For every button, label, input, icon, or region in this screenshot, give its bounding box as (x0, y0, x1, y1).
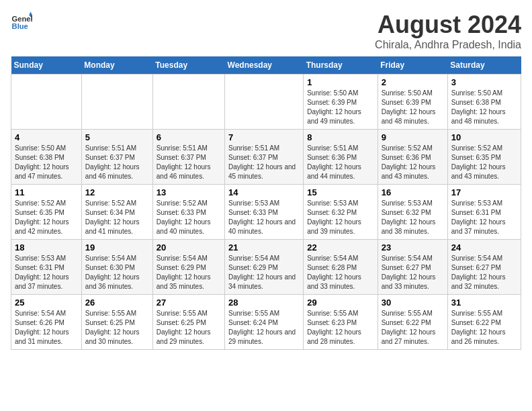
calendar-cell: 29Sunrise: 5:55 AMSunset: 6:23 PMDayligh… (304, 295, 378, 350)
day-number: 24 (451, 242, 517, 253)
day-number: 12 (85, 187, 149, 197)
calendar-cell: 4Sunrise: 5:50 AMSunset: 6:38 PMDaylight… (11, 130, 82, 185)
day-number: 25 (15, 298, 78, 308)
title-section: August 2024 Chirala, Andhra Pradesh, Ind… (375, 11, 521, 51)
calendar-cell: 25Sunrise: 5:54 AMSunset: 6:26 PMDayligh… (11, 295, 82, 350)
day-number: 11 (15, 187, 78, 197)
calendar-cell (225, 75, 304, 130)
day-number: 7 (228, 132, 300, 142)
day-detail: Sunrise: 5:53 AMSunset: 6:31 PMDaylight:… (15, 254, 78, 291)
day-detail: Sunrise: 5:51 AMSunset: 6:37 PMDaylight:… (157, 144, 221, 181)
page-header: General Blue August 2024 Chirala, Andhra… (11, 11, 521, 51)
day-detail: Sunrise: 5:52 AMSunset: 6:33 PMDaylight:… (157, 199, 221, 236)
day-detail: Sunrise: 5:51 AMSunset: 6:37 PMDaylight:… (228, 144, 300, 181)
day-detail: Sunrise: 5:53 AMSunset: 6:33 PMDaylight:… (228, 199, 300, 236)
day-detail: Sunrise: 5:55 AMSunset: 6:22 PMDaylight:… (382, 309, 444, 347)
calendar-cell: 2Sunrise: 5:50 AMSunset: 6:39 PMDaylight… (378, 75, 447, 130)
day-number: 30 (382, 298, 444, 308)
day-number: 1 (307, 77, 374, 87)
day-of-week-header: Monday (81, 56, 152, 75)
calendar-cell: 8Sunrise: 5:51 AMSunset: 6:36 PMDaylight… (304, 130, 378, 185)
day-detail: Sunrise: 5:54 AMSunset: 6:29 PMDaylight:… (228, 254, 300, 291)
day-detail: Sunrise: 5:53 AMSunset: 6:32 PMDaylight:… (307, 199, 374, 236)
day-of-week-header: Tuesday (152, 56, 224, 75)
day-number: 16 (382, 187, 444, 197)
day-of-week-header: Friday (378, 56, 447, 75)
day-number: 26 (85, 298, 149, 308)
day-detail: Sunrise: 5:53 AMSunset: 6:32 PMDaylight:… (382, 199, 444, 236)
svg-text:Blue: Blue (12, 22, 28, 30)
day-detail: Sunrise: 5:55 AMSunset: 6:24 PMDaylight:… (228, 309, 300, 347)
day-number: 29 (307, 298, 374, 308)
day-of-week-header: Sunday (11, 56, 82, 75)
day-detail: Sunrise: 5:55 AMSunset: 6:25 PMDaylight:… (85, 309, 149, 347)
day-detail: Sunrise: 5:55 AMSunset: 6:23 PMDaylight:… (307, 309, 374, 347)
day-number: 21 (228, 242, 300, 253)
calendar-cell: 21Sunrise: 5:54 AMSunset: 6:29 PMDayligh… (225, 240, 304, 295)
day-detail: Sunrise: 5:54 AMSunset: 6:26 PMDaylight:… (15, 309, 78, 347)
page-subtitle: Chirala, Andhra Pradesh, India (375, 39, 521, 51)
day-detail: Sunrise: 5:52 AMSunset: 6:34 PMDaylight:… (85, 199, 149, 236)
day-number: 9 (382, 132, 444, 142)
day-detail: Sunrise: 5:50 AMSunset: 6:39 PMDaylight:… (307, 89, 374, 126)
calendar-cell (11, 75, 82, 130)
calendar-cell: 27Sunrise: 5:55 AMSunset: 6:25 PMDayligh… (152, 295, 224, 350)
calendar-cell: 3Sunrise: 5:50 AMSunset: 6:38 PMDaylight… (447, 75, 521, 130)
day-number: 15 (307, 187, 374, 197)
day-detail: Sunrise: 5:51 AMSunset: 6:37 PMDaylight:… (85, 144, 149, 181)
calendar-cell: 13Sunrise: 5:52 AMSunset: 6:33 PMDayligh… (152, 185, 224, 240)
day-number: 27 (157, 298, 221, 308)
day-number: 17 (451, 187, 517, 197)
day-number: 18 (15, 242, 78, 253)
day-detail: Sunrise: 5:54 AMSunset: 6:28 PMDaylight:… (307, 254, 374, 291)
day-of-week-header: Thursday (304, 56, 378, 75)
page-title: August 2024 (375, 11, 521, 39)
day-detail: Sunrise: 5:50 AMSunset: 6:39 PMDaylight:… (382, 89, 444, 126)
calendar-cell: 11Sunrise: 5:52 AMSunset: 6:35 PMDayligh… (11, 185, 82, 240)
day-detail: Sunrise: 5:54 AMSunset: 6:30 PMDaylight:… (85, 254, 149, 291)
calendar-cell: 7Sunrise: 5:51 AMSunset: 6:37 PMDaylight… (225, 130, 304, 185)
calendar-cell: 20Sunrise: 5:54 AMSunset: 6:29 PMDayligh… (152, 240, 224, 295)
day-of-week-header: Saturday (447, 56, 521, 75)
day-detail: Sunrise: 5:52 AMSunset: 6:35 PMDaylight:… (15, 199, 78, 236)
svg-marker-2 (29, 12, 32, 15)
day-number: 14 (228, 187, 300, 197)
day-number: 4 (15, 132, 78, 142)
calendar-cell: 30Sunrise: 5:55 AMSunset: 6:22 PMDayligh… (378, 295, 447, 350)
calendar-cell: 18Sunrise: 5:53 AMSunset: 6:31 PMDayligh… (11, 240, 82, 295)
calendar-table: SundayMondayTuesdayWednesdayThursdayFrid… (11, 56, 521, 350)
calendar-cell (152, 75, 224, 130)
day-detail: Sunrise: 5:55 AMSunset: 6:25 PMDaylight:… (157, 309, 221, 347)
calendar-cell: 16Sunrise: 5:53 AMSunset: 6:32 PMDayligh… (378, 185, 447, 240)
calendar-cell: 23Sunrise: 5:54 AMSunset: 6:27 PMDayligh… (378, 240, 447, 295)
calendar-cell: 17Sunrise: 5:53 AMSunset: 6:31 PMDayligh… (447, 185, 521, 240)
calendar-cell: 5Sunrise: 5:51 AMSunset: 6:37 PMDaylight… (81, 130, 152, 185)
day-number: 20 (157, 242, 221, 253)
day-number: 31 (451, 298, 517, 308)
day-detail: Sunrise: 5:52 AMSunset: 6:36 PMDaylight:… (382, 144, 444, 181)
day-detail: Sunrise: 5:51 AMSunset: 6:36 PMDaylight:… (307, 144, 374, 181)
day-detail: Sunrise: 5:54 AMSunset: 6:29 PMDaylight:… (157, 254, 221, 291)
day-detail: Sunrise: 5:53 AMSunset: 6:31 PMDaylight:… (451, 199, 517, 236)
day-detail: Sunrise: 5:50 AMSunset: 6:38 PMDaylight:… (15, 144, 78, 181)
day-detail: Sunrise: 5:54 AMSunset: 6:27 PMDaylight:… (451, 254, 517, 291)
day-number: 10 (451, 132, 517, 142)
calendar-cell: 9Sunrise: 5:52 AMSunset: 6:36 PMDaylight… (378, 130, 447, 185)
logo-icon: General Blue (11, 11, 32, 32)
calendar-cell: 19Sunrise: 5:54 AMSunset: 6:30 PMDayligh… (81, 240, 152, 295)
day-number: 5 (85, 132, 149, 142)
day-number: 13 (157, 187, 221, 197)
day-number: 22 (307, 242, 374, 253)
calendar-cell: 12Sunrise: 5:52 AMSunset: 6:34 PMDayligh… (81, 185, 152, 240)
calendar-cell: 28Sunrise: 5:55 AMSunset: 6:24 PMDayligh… (225, 295, 304, 350)
day-number: 2 (382, 77, 444, 87)
day-number: 28 (228, 298, 300, 308)
calendar-cell (81, 75, 152, 130)
day-number: 19 (85, 242, 149, 253)
calendar-cell: 24Sunrise: 5:54 AMSunset: 6:27 PMDayligh… (447, 240, 521, 295)
calendar-cell: 6Sunrise: 5:51 AMSunset: 6:37 PMDaylight… (152, 130, 224, 185)
day-detail: Sunrise: 5:52 AMSunset: 6:35 PMDaylight:… (451, 144, 517, 181)
calendar-cell: 31Sunrise: 5:55 AMSunset: 6:22 PMDayligh… (447, 295, 521, 350)
day-number: 23 (382, 242, 444, 253)
svg-text:General: General (12, 15, 32, 23)
